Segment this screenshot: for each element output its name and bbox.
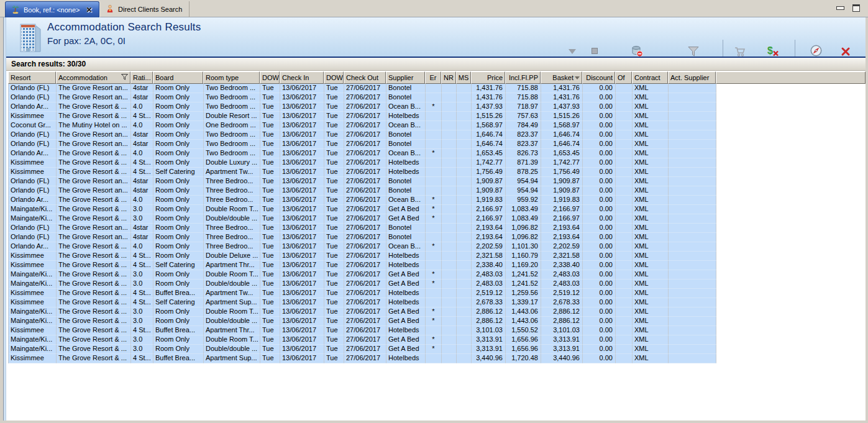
maximize-button[interactable] xyxy=(851,3,862,12)
column-header-contract[interactable]: Contract xyxy=(632,71,668,84)
table-row[interactable]: Orlando (FL)The Grove Resort an...4starR… xyxy=(9,224,716,233)
column-header-supplier[interactable]: Supplier xyxy=(386,71,425,84)
table-row[interactable]: KissimmeeThe Grove Resort & ...4 St...Ro… xyxy=(9,112,716,121)
table-cell: 4star xyxy=(131,84,153,93)
column-header-nr[interactable]: NR xyxy=(441,71,456,84)
column-header-dow[interactable]: DOW xyxy=(324,71,344,84)
column-header-board[interactable]: Board xyxy=(153,71,203,84)
column-header-discount[interactable]: Discount xyxy=(582,71,615,84)
table-row[interactable]: Maingate/Ki...The Grove Resort & ...3.0R… xyxy=(9,345,716,354)
table-cell: 0.00 xyxy=(583,93,616,102)
column-header-rati[interactable]: Rati... xyxy=(130,71,153,84)
table-cell: The Grove Resort & ... xyxy=(57,335,131,345)
table-cell: 4star xyxy=(131,224,153,233)
table-row[interactable]: Maingate/Ki...The Grove Resort & ...3.0R… xyxy=(9,280,716,289)
table-cell xyxy=(616,84,633,93)
table-cell: The Grove Resort & ... xyxy=(57,168,131,177)
table-cell xyxy=(442,196,457,205)
column-header-accommodation[interactable]: Accommodation xyxy=(56,71,130,84)
table-cell xyxy=(442,130,457,140)
table-cell: Room Only xyxy=(153,317,204,326)
table-cell xyxy=(616,307,633,317)
table-cell: * xyxy=(426,149,442,158)
table-row[interactable]: KissimmeeThe Grove Resort & ...4 St...Ro… xyxy=(9,158,716,168)
table-cell: 2,166.97 xyxy=(472,214,506,224)
table-cell: 13/06/2017 xyxy=(280,196,324,205)
table-row[interactable]: Orlando (FL)The Grove Resort an...4starR… xyxy=(9,140,716,149)
table-cell: 1,720.48 xyxy=(506,354,541,363)
table-row[interactable]: Orlando Ar...The Grove Resort & ...4.0Ro… xyxy=(9,196,716,205)
column-header-incl-fl-pp[interactable]: Incl.Fl.PP xyxy=(505,71,541,84)
table-cell: 1,515.26 xyxy=(541,112,583,121)
table-row[interactable]: KissimmeeThe Grove Resort & ...4 St...Se… xyxy=(9,261,716,270)
table-row[interactable]: Orlando (FL)The Grove Resort an...4starR… xyxy=(9,233,716,242)
table-cell xyxy=(426,140,442,149)
table-row[interactable]: Coconut Gr...The Mutiny Hotel on ...4.0R… xyxy=(9,121,716,130)
table-row[interactable]: Maingate/Ki...The Grove Resort & ...3.0R… xyxy=(9,335,716,345)
table-row[interactable]: Orlando (FL)The Grove Resort an...4starR… xyxy=(9,186,716,196)
table-row[interactable]: KissimmeeThe Grove Resort & ...4 St...Bu… xyxy=(9,354,716,363)
table-row[interactable]: KissimmeeThe Grove Resort & ...4 St...Ro… xyxy=(9,252,716,261)
table-cell: 2,193.64 xyxy=(541,233,583,242)
table-row[interactable]: KissimmeeThe Grove Resort & ...4 St...Bu… xyxy=(9,326,716,335)
table-cell: XML xyxy=(633,307,669,317)
table-cell: Tue xyxy=(324,224,344,233)
column-header-er[interactable]: Er xyxy=(425,71,441,84)
table-cell: Tue xyxy=(260,186,280,196)
column-header-check-in[interactable]: Check In xyxy=(280,71,324,84)
table-row[interactable]: Orlando (FL)The Grove Resort an...4starR… xyxy=(9,84,716,93)
table-row[interactable]: Orlando (FL)The Grove Resort an...4starR… xyxy=(9,177,716,186)
table-cell xyxy=(442,326,457,335)
table-cell: XML xyxy=(633,298,669,307)
table-row[interactable]: Maingate/Ki...The Grove Resort & ...3.0R… xyxy=(9,307,716,317)
table-row[interactable]: KissimmeeThe Grove Resort & ...4 St...Se… xyxy=(9,168,716,177)
table-cell: Orlando (FL) xyxy=(9,140,57,149)
table-row[interactable]: Orlando (FL)The Grove Resort an...4starR… xyxy=(9,93,716,102)
table-cell xyxy=(457,196,472,205)
table-row[interactable]: Orlando Ar...The Grove Resort & ...4.0Ro… xyxy=(9,102,716,112)
filter-funnel-icon[interactable] xyxy=(121,74,128,81)
table-row[interactable]: Maingate/Ki...The Grove Resort & ...3.0R… xyxy=(9,205,716,214)
tab-book-ref[interactable]: Book, ref.: <none> ✕ xyxy=(5,1,99,17)
table-cell: 2,202.59 xyxy=(472,242,506,252)
table-row[interactable]: Orlando (FL)The Grove Resort an...4starR… xyxy=(9,130,716,140)
minimize-button[interactable] xyxy=(834,3,846,12)
table-cell: 0.00 xyxy=(583,317,616,326)
table-cell: 1,101.30 xyxy=(506,242,541,252)
column-header-ms[interactable]: MS xyxy=(456,71,471,84)
table-cell: 2,338.40 xyxy=(541,261,583,270)
table-cell xyxy=(616,186,633,196)
tab-direct-clients-search[interactable]: Direct Clients Search xyxy=(99,1,190,17)
table-row[interactable]: Maingate/Ki...The Grove Resort & ...3.0R… xyxy=(9,270,716,280)
tab-close-icon[interactable]: ✕ xyxy=(86,6,93,14)
column-header-act-supplier[interactable]: Act. Supplier xyxy=(668,71,716,84)
column-header-price[interactable]: Price xyxy=(471,71,505,84)
column-header-dow[interactable]: DOW xyxy=(260,71,280,84)
table-cell: Ocean B... xyxy=(386,242,426,252)
column-header-basket[interactable]: Basket xyxy=(541,71,582,84)
table-row[interactable]: Maingate/Ki...The Grove Resort & ...3.0R… xyxy=(9,214,716,224)
column-header-of[interactable]: Of xyxy=(615,71,632,84)
table-cell xyxy=(442,289,457,298)
column-header-room-type[interactable]: Room type xyxy=(203,71,260,84)
table-cell: Kissimmee xyxy=(9,158,57,168)
table-cell xyxy=(426,130,442,140)
table-cell: 27/06/2017 xyxy=(344,84,386,93)
table-row[interactable]: Orlando Ar...The Grove Resort & ...4.0Ro… xyxy=(9,242,716,252)
table-cell xyxy=(669,298,716,307)
table-cell xyxy=(616,261,633,270)
table-row[interactable]: KissimmeeThe Grove Resort & ...4 St...Bu… xyxy=(9,289,716,298)
table-cell: Two Bedroom ... xyxy=(204,130,260,140)
column-header-resort[interactable]: Resort xyxy=(8,71,56,84)
table-cell: Tue xyxy=(324,270,344,280)
table-row[interactable]: KissimmeeThe Grove Resort & ...4 St...Se… xyxy=(9,298,716,307)
table-cell: Tue xyxy=(260,93,280,102)
table-cell: Get A Bed xyxy=(386,307,426,317)
table-row[interactable]: Maingate/Ki...The Grove Resort & ...3.0R… xyxy=(9,317,716,326)
table-cell xyxy=(616,140,633,149)
table-cell: The Grove Resort & ... xyxy=(57,196,131,205)
table-row[interactable]: Orlando Ar...The Grove Resort & ...4.0Ro… xyxy=(9,149,716,158)
column-header-check-out[interactable]: Check Out xyxy=(344,71,386,84)
table-cell: Room Only xyxy=(153,214,204,224)
table-cell xyxy=(669,102,716,112)
